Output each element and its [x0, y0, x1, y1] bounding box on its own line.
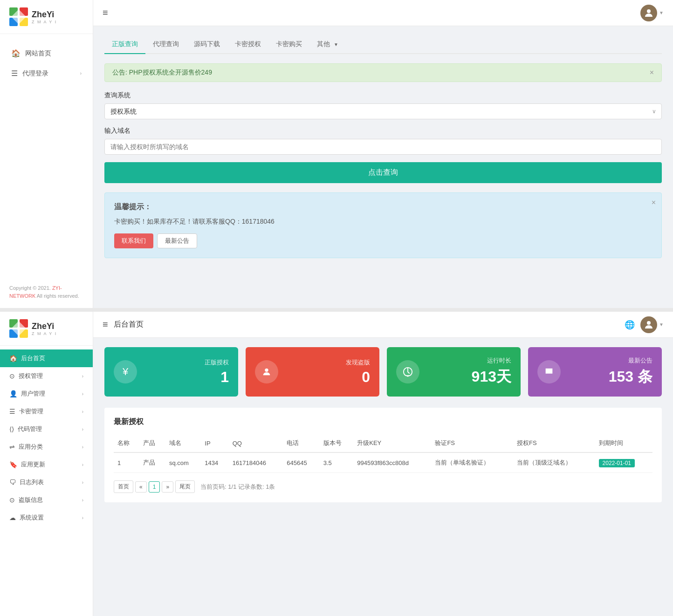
stat-value-genuine: 1 [144, 369, 229, 386]
cell-expire-date: 2022-01-01 [595, 452, 652, 473]
app-category-icon: ⇌ [9, 443, 15, 451]
contact-button[interactable]: 联系我们 [114, 233, 153, 248]
alert-close-btn[interactable]: × [650, 68, 654, 77]
sidebar-item-app-category[interactable]: ⇌ 应用分类 › [0, 438, 93, 456]
sidebar-item-user-mgmt[interactable]: 👤 用户管理 › [0, 385, 93, 403]
app-update-label: 应用更新 [21, 460, 45, 469]
stat-label-runtime: 运行时长 [427, 356, 511, 365]
cell-version: 3.5 [320, 452, 354, 473]
domain-input[interactable] [104, 139, 662, 155]
stat-info-genuine: 正版授权 1 [144, 358, 229, 386]
header-bottom-right: 🌐 ▼ [625, 316, 664, 333]
alert-announcement: 公告: PHP授权系统全开源售价249 × [104, 63, 662, 82]
log-list-label: 日志列表 [20, 478, 44, 486]
sidebar-item-agent-top[interactable]: ☰ 代理登录 › [0, 63, 93, 83]
col-ip: IP [201, 434, 228, 452]
main-content-bottom: ≡ 后台首页 🌐 ▼ [93, 312, 673, 616]
cell-ip: 1434 [201, 452, 228, 473]
avatar-arrow-top: ▼ [659, 10, 664, 15]
col-qq: QQ [229, 434, 283, 452]
table-header-row: 名称 产品 域名 IP QQ 电话 版本号 升级KEY 验证FS 授权FS 到期… [114, 434, 652, 452]
user-mgmt-label: 用户管理 [21, 390, 45, 398]
app-update-arrow: › [82, 462, 83, 467]
dashboard-label: 后台首页 [21, 354, 45, 363]
avatar-wrapper-top[interactable]: ▼ [640, 5, 664, 21]
sidebar-item-log-list[interactable]: 🗨 日志列表 › [0, 473, 93, 491]
globe-icon[interactable]: 🌐 [625, 320, 635, 330]
first-page-btn[interactable]: 首页 [114, 480, 133, 493]
col-product: 产品 [139, 434, 165, 452]
sidebar-item-auth-mgmt[interactable]: ⊙ 授权管理 › [0, 367, 93, 385]
tab-agent-query[interactable]: 代理查询 [145, 35, 186, 53]
stat-icon-runtime [396, 360, 419, 383]
system-select[interactable]: 授权系统 [104, 103, 662, 119]
tab-card-auth[interactable]: 卡密授权 [227, 35, 268, 53]
sidebar-nav-bottom: 🏠 后台首页 ⊙ 授权管理 › 👤 用户管理 › ☰ 卡密管理 › ⟨⟩ 代码管… [0, 346, 93, 616]
log-list-icon: 🗨 [9, 479, 16, 486]
sidebar-item-app-update[interactable]: 🔖 应用更新 › [0, 456, 93, 473]
tab-other[interactable]: 其他 ▼ [309, 35, 346, 53]
col-phone: 电话 [283, 434, 319, 452]
main-content-top: ≡ ▼ 正版查询 代理查询 [93, 0, 673, 308]
domain-label: 输入域名 [104, 127, 662, 135]
sidebar-item-code-mgmt[interactable]: ⟨⟩ 代码管理 › [0, 420, 93, 438]
last-page-btn[interactable]: 尾页 [175, 480, 195, 493]
sys-settings-arrow: › [82, 515, 83, 520]
sidebar-item-dashboard[interactable]: 🏠 后台首页 [0, 349, 93, 367]
stat-card-genuine-auth: ¥ 正版授权 1 [104, 347, 238, 397]
next-page-btn[interactable]: » [162, 481, 173, 493]
sidebar-item-home-top[interactable]: 🏠 网站首页 [0, 43, 93, 63]
notice-text: 卡密购买！如果库存不足！请联系客服QQ：161718046 [114, 218, 652, 226]
sidebar-bottom: ZheYi Z M A Y I 🏠 后台首页 ⊙ 授权管理 › 👤 用户管理 ›… [0, 312, 93, 616]
code-mgmt-label: 代码管理 [18, 425, 42, 433]
sidebar-item-piracy-info[interactable]: ⊙ 盗版信息 › [0, 491, 93, 509]
sys-settings-icon: ☁ [9, 514, 16, 521]
cell-domain: sq.com [165, 452, 201, 473]
notice-close-btn[interactable]: × [652, 198, 656, 207]
app-category-label: 应用分类 [19, 443, 43, 451]
header-bottom: ≡ 后台首页 🌐 ▼ [93, 312, 673, 338]
notice-buttons: 联系我们 最新公告 [114, 233, 652, 248]
home-icon-top: 🏠 [11, 49, 21, 58]
sidebar-item-card-mgmt[interactable]: ☰ 卡密管理 › [0, 403, 93, 420]
col-domain: 域名 [165, 434, 201, 452]
stat-info-notice: 最新公告 153 条 [568, 356, 652, 387]
notice-box: 温馨提示： 卡密购买！如果库存不足！请联系客服QQ：161718046 × 联系… [104, 192, 662, 258]
auth-mgmt-label: 授权管理 [19, 372, 43, 380]
tab-card-buy[interactable]: 卡密购买 [268, 35, 309, 53]
query-button[interactable]: 点击查询 [104, 162, 662, 183]
copyright-link-top[interactable]: ZYI-NETWORK [9, 285, 62, 299]
logo-icon-top [9, 7, 28, 26]
col-verify-fs: 验证FS [431, 434, 513, 452]
svg-point-11 [647, 321, 651, 325]
user-mgmt-icon: 👤 [9, 390, 17, 397]
piracy-info-icon: ⊙ [9, 496, 15, 504]
header-bottom-left: ≡ 后台首页 [103, 319, 144, 330]
stat-label-piracy: 发现盗版 [286, 358, 370, 367]
col-version: 版本号 [320, 434, 354, 452]
cell-product: 产品 [139, 452, 165, 473]
hamburger-icon-top[interactable]: ≡ [103, 7, 108, 18]
sidebar-item-sys-settings[interactable]: ☁ 系统设置 › [0, 509, 93, 527]
sidebar-nav-top: 🏠 网站首页 ☰ 代理登录 › [0, 34, 93, 277]
page-title-bottom: 后台首页 [114, 320, 144, 329]
stat-icon-genuine: ¥ [114, 360, 137, 383]
hamburger-icon-bottom[interactable]: ≡ [103, 319, 108, 330]
cell-verify-fs: 当前（单域名验证） [431, 452, 513, 473]
col-expire-time: 到期时间 [595, 434, 652, 452]
system-label: 查询系统 [104, 91, 662, 100]
tab-source-download[interactable]: 源码下载 [186, 35, 227, 53]
tab-genuine-query[interactable]: 正版查询 [104, 35, 145, 53]
stat-info-piracy: 发现盗版 0 [286, 358, 370, 386]
app-update-icon: 🔖 [9, 461, 17, 468]
sidebar-label-agent-top: 代理登录 [22, 69, 48, 78]
stat-card-notice: 最新公告 153 条 [528, 347, 662, 397]
log-list-arrow: › [82, 480, 83, 485]
avatar-wrapper-bottom[interactable]: ▼ [640, 316, 664, 333]
prev-page-btn[interactable]: « [135, 481, 147, 493]
current-page: 1 [149, 481, 160, 493]
form-system: 查询系统 授权系统 ∨ [104, 91, 662, 119]
news-button[interactable]: 最新公告 [157, 233, 197, 248]
col-auth-fs: 授权FS [513, 434, 595, 452]
auth-mgmt-icon: ⊙ [9, 372, 15, 380]
